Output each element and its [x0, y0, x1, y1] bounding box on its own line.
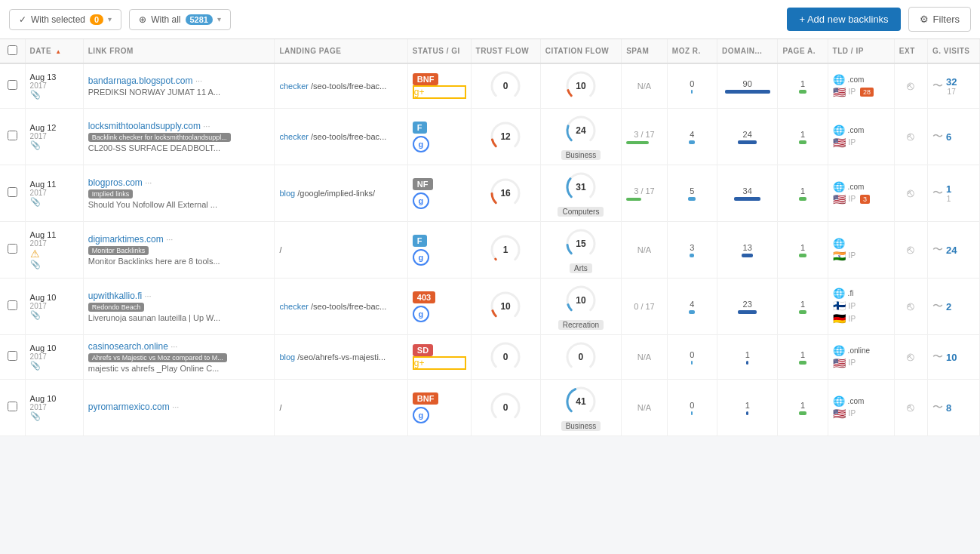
tld-cell: 🌐 .com 🇺🇸 IP28	[828, 63, 894, 109]
row-checkbox[interactable]	[8, 80, 17, 90]
moz-r-bar	[689, 310, 695, 314]
globe-icon: 🌐	[833, 238, 845, 249]
spam-cell: N/A	[622, 222, 668, 279]
flag1: 🇺🇸	[833, 137, 846, 149]
row-checkbox[interactable]	[8, 300, 17, 310]
row-checkbox[interactable]	[8, 131, 17, 140]
tld-value: .com	[848, 397, 865, 405]
trust-gauge-circle: 1	[488, 232, 523, 267]
table-row: Aug 12 2017 📎 locksmithtoolandsupply.com…	[0, 109, 980, 165]
landing-path[interactable]: checker /seo-tools/free-bac...	[279, 302, 396, 311]
with-selected-btn[interactable]: ✓ With selected 0 ▾	[9, 9, 121, 30]
citation-value: 10	[576, 295, 585, 306]
with-all-btn[interactable]: ⊕ With all 5281 ▾	[129, 9, 231, 30]
tld-value: .com	[848, 126, 865, 134]
link-cell: digimarktimes.com ··· Monitor Backlinks …	[83, 222, 275, 279]
link-cell: upwithkallio.fi ··· Redondo Beach Liveru…	[83, 279, 275, 335]
tld-value: .fi	[848, 289, 854, 297]
landing-path[interactable]: blog /google/implied-links/	[279, 189, 396, 198]
landing-path[interactable]: checker /seo-tools/free-bac...	[279, 82, 396, 91]
moz-r-cell: 4	[667, 279, 717, 335]
citation-gauge: 10 Recreation	[545, 283, 616, 330]
select-all-checkbox[interactable]	[8, 45, 17, 55]
domain-authority-cell: 24	[717, 109, 778, 165]
with-all-label: With all	[151, 14, 180, 25]
status-cell: NF g	[407, 165, 471, 222]
row-checkbox[interactable]	[8, 244, 17, 254]
trust-value: 0	[503, 81, 508, 91]
date-year: 2017	[30, 132, 78, 140]
citation-cell: 31 Computers	[540, 165, 621, 222]
moz-r-value: 4	[690, 300, 694, 309]
chevron-down-icon2: ▾	[217, 15, 221, 23]
visits-value: 1	[946, 183, 951, 195]
trust-cell: 16	[471, 165, 540, 222]
moz-r-cell: 0	[667, 380, 717, 436]
flag2: 🇩🇪	[833, 312, 846, 325]
link-domain[interactable]: blogpros.com	[88, 177, 143, 188]
ip-label: IP	[849, 409, 856, 417]
citation-value: 31	[576, 182, 585, 192]
trust-cell: 12	[471, 109, 540, 165]
filters-btn[interactable]: ⚙ Filters	[908, 7, 971, 32]
table-row: Aug 11 2017 ⚠ 📎 digimarktimes.com ··· Mo…	[0, 222, 980, 279]
landing-bold: checker	[279, 132, 309, 141]
landing-bold: blog	[279, 189, 295, 198]
col-trust-header: TRUST FLOW	[471, 39, 540, 63]
trust-gauge: 1	[476, 232, 536, 267]
flag1: 🇮🇳	[833, 250, 846, 262]
link-tag: Ahrefs vs Majestic vs Moz compared to M.…	[88, 353, 227, 362]
moz-r-value: 0	[690, 350, 694, 359]
page-bar	[799, 411, 806, 415]
citation-cell: 10	[540, 63, 621, 109]
tld-cell: 🌐 .fi 🇫🇮 IP 🇩🇪 IP	[828, 279, 894, 335]
col-page-header: PAGE A.	[778, 39, 828, 63]
date-year: 2017	[30, 189, 78, 197]
citation-cell: 15 Arts	[540, 222, 621, 279]
trust-gauge-circle: 12	[488, 119, 523, 154]
moz-r-value: 5	[690, 186, 694, 195]
page-bar	[799, 254, 806, 257]
row-checkbox[interactable]	[8, 187, 17, 197]
link-domain[interactable]: pyromarmexico.com	[88, 402, 170, 412]
trust-cell: 0	[471, 380, 540, 436]
category-badge: Arts	[570, 263, 592, 273]
chevron-down-icon: ▾	[108, 15, 112, 23]
landing-path[interactable]: checker /seo-tools/free-bac...	[279, 132, 396, 141]
status-badge: NF	[413, 178, 433, 190]
landing-path[interactable]: /	[279, 403, 396, 412]
ext-cell: ⎋	[894, 165, 927, 222]
domain-bar	[738, 310, 757, 314]
link-cell: bandarnaga.blogspot.com ··· PREDIKSI NOR…	[83, 63, 275, 109]
spam-value: N/A	[626, 82, 662, 91]
date-cell: Aug 10 2017 📎	[25, 279, 83, 335]
domain-value: 90	[743, 79, 752, 88]
citation-gauge-circle: 24	[564, 113, 598, 148]
col-date-header[interactable]: DATE ▲	[25, 39, 83, 63]
link-tag: Backlink checker for locksmithtoolandsup…	[88, 133, 231, 142]
link-tag: Redondo Beach	[88, 303, 145, 312]
moz-r-cell: 5	[667, 165, 717, 222]
link-domain[interactable]: digimarktimes.com	[88, 234, 164, 245]
ext-cell: ⎋	[894, 222, 927, 279]
visits-cell: 〜 6	[927, 109, 979, 165]
status-cell: SD g+	[407, 335, 471, 380]
moz-r-bar	[691, 90, 693, 94]
trust-value: 0	[503, 352, 508, 362]
landing-path[interactable]: /	[279, 245, 396, 254]
domain-authority-cell: 1	[717, 335, 778, 380]
chart-icon: 〜	[932, 243, 943, 257]
spam-cell: N/A	[622, 380, 668, 436]
table-row: Aug 10 2017 📎 pyromarmexico.com ··· / BN…	[0, 380, 980, 436]
link-domain[interactable]: locksmithtoolandsupply.com	[88, 121, 201, 131]
link-domain[interactable]: bandarnaga.blogspot.com	[88, 75, 193, 86]
visits-value: 8	[946, 402, 951, 414]
page-value: 1	[800, 243, 805, 252]
spam-value: 3 / 17	[626, 186, 662, 195]
row-checkbox[interactable]	[8, 402, 17, 411]
link-domain[interactable]: upwithkallio.fi	[88, 291, 142, 301]
row-checkbox[interactable]	[8, 351, 17, 361]
add-backlinks-btn[interactable]: + Add new backlinks	[787, 8, 900, 31]
landing-path[interactable]: blog /seo/ahrefs-vs-majesti...	[279, 352, 396, 362]
link-domain[interactable]: casinosearch.online	[88, 341, 168, 352]
